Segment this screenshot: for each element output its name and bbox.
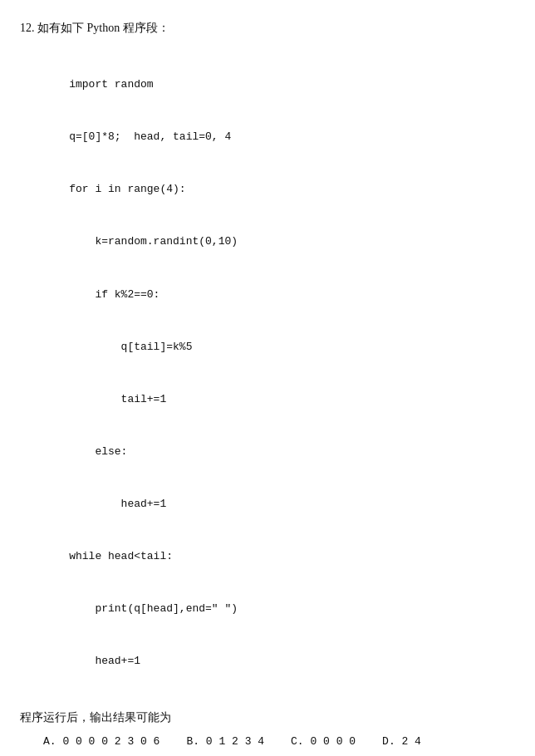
q12-title-text: 如有如下 Python 程序段： bbox=[37, 22, 169, 34]
code-line-5: if k%2==0: bbox=[43, 286, 515, 303]
code-line-4: k=random.randint(0,10) bbox=[43, 233, 515, 250]
q12-code: import random q=[0]*8; head, tail=0, 4 f… bbox=[43, 42, 515, 704]
code-line-3: for i in range(4): bbox=[43, 180, 515, 198]
code-line-9: head+=1 bbox=[43, 495, 515, 513]
question-12: 12. 如有如下 Python 程序段： import random q=[0]… bbox=[20, 18, 515, 751]
code-line-11: print(q[head],end=" ") bbox=[43, 600, 515, 617]
choice-c: C. 0 0 0 0 bbox=[291, 733, 356, 751]
code-line-8: else: bbox=[43, 443, 515, 460]
code-line-2: q=[0]*8; head, tail=0, 4 bbox=[43, 128, 515, 145]
code-line-10: while head<tail: bbox=[43, 547, 515, 565]
choice-a: A. 0 0 0 0 2 3 0 6 bbox=[43, 733, 160, 751]
code-line-6: q[tail]=k%5 bbox=[43, 338, 515, 356]
choice-b: B. 0 1 2 3 4 bbox=[186, 733, 264, 751]
q12-title: 12. 如有如下 Python 程序段： bbox=[20, 18, 515, 38]
code-line-1: import random bbox=[43, 76, 515, 93]
q12-choices: A. 0 0 0 0 2 3 0 6 B. 0 1 2 3 4 C. 0 0 0… bbox=[43, 733, 515, 751]
q12-number: 12. bbox=[20, 22, 35, 34]
code-line-12: head+=1 bbox=[43, 652, 515, 670]
code-line-7: tail+=1 bbox=[43, 390, 515, 408]
choice-d: D. 2 4 bbox=[382, 733, 421, 751]
q12-result-label: 程序运行后，输出结果可能为 bbox=[20, 708, 515, 728]
